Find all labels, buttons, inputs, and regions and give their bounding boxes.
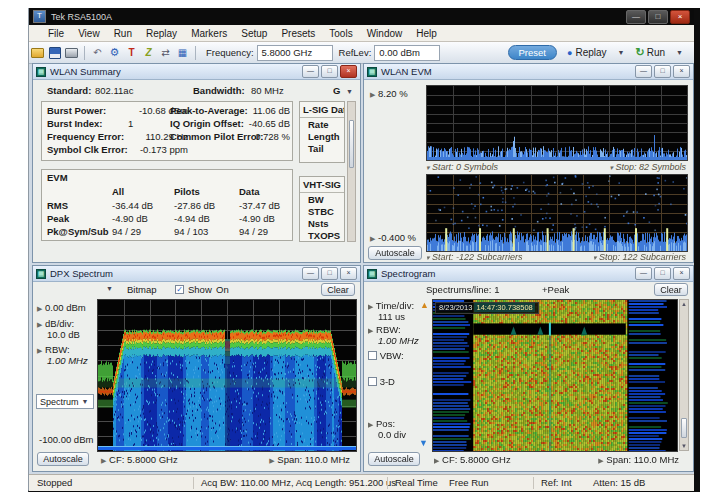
- compare-traces-icon[interactable]: ⇄: [158, 46, 173, 60]
- evm-scale-top[interactable]: ▶ 8.20 %: [370, 88, 408, 99]
- atten-indicator: Atten: 15 dB: [593, 477, 645, 488]
- sgram-autoscale-button[interactable]: Autoscale: [368, 452, 420, 466]
- settings-gear-icon[interactable]: ⚙: [107, 46, 122, 60]
- evm-maximize-button[interactable]: □: [654, 65, 671, 78]
- sgram-top-marker-arrow-icon[interactable]: ▲: [420, 300, 429, 310]
- open-file-icon[interactable]: [30, 46, 45, 60]
- wlan-summary-titlebar[interactable]: ▦ WLAN Summary — □ ×: [33, 64, 360, 80]
- menu-item-markers[interactable]: Markers: [184, 28, 234, 39]
- preset-button[interactable]: Preset: [508, 45, 557, 60]
- summary-close-button[interactable]: ×: [340, 65, 357, 78]
- dpx-minimize-button[interactable]: —: [302, 267, 319, 280]
- sgram-pos-value[interactable]: 0.0 div: [378, 429, 406, 440]
- sgram-3d-checkbox[interactable]: [368, 377, 377, 386]
- sgram-scrollbar-thumb[interactable]: [681, 418, 687, 438]
- dpx-rbw-value[interactable]: 1.00 MHz: [47, 355, 88, 366]
- main-toolbar: ↶ ⚙ T Z ⇄ ▦ Frequency: 5.8000 GHz RefLev…: [29, 42, 694, 64]
- menu-item-help[interactable]: Help: [409, 28, 444, 39]
- scroll-down-icon[interactable]: ▼: [680, 443, 688, 449]
- window-titlebar[interactable]: T Tek RSA5100A — □ ×: [29, 8, 694, 25]
- display-grid-icon[interactable]: ▦: [175, 46, 190, 60]
- symbols-start-label[interactable]: ▾ Start: 0 Symbols: [426, 162, 498, 172]
- sgram-spectrums-per-line[interactable]: Spectrums/line: 1: [426, 284, 499, 295]
- dpx-trace-select[interactable]: Spectrum▼: [36, 394, 94, 409]
- summary-maximize-button[interactable]: □: [321, 65, 338, 78]
- symbols-stop-label[interactable]: ▾ Stop: 82 Symbols: [609, 162, 686, 172]
- marker-t-icon[interactable]: T: [124, 46, 139, 60]
- window-minimize-button[interactable]: —: [626, 10, 646, 24]
- menu-item-run[interactable]: Run: [107, 28, 139, 39]
- menu-item-setup[interactable]: Setup: [234, 28, 274, 39]
- reflev-field[interactable]: 0.00 dBm: [374, 45, 440, 61]
- standard-value[interactable]: 802.11ac: [95, 85, 133, 96]
- menu-item-file[interactable]: File: [41, 28, 71, 39]
- sgram-vbw-checkbox[interactable]: [368, 351, 377, 360]
- window-close-button[interactable]: ×: [670, 10, 690, 24]
- dpx-chart[interactable]: [97, 299, 357, 452]
- dpx-dbdiv-value[interactable]: 10.0 dB: [47, 329, 80, 340]
- frequency-field[interactable]: 5.8000 GHz: [257, 45, 333, 61]
- print-icon[interactable]: [64, 46, 79, 60]
- scroll-up-icon[interactable]: ▲: [680, 301, 688, 307]
- dpx-cf-readout[interactable]: ▶ CF: 5.8000 GHz: [101, 454, 178, 465]
- summary-scrollbar[interactable]: [347, 101, 356, 242]
- summary-minimize-button[interactable]: —: [302, 65, 319, 78]
- sgram-span-readout[interactable]: ▶ Span: 110.0 MHz: [598, 454, 679, 465]
- dpx-close-button[interactable]: ×: [340, 267, 357, 280]
- sgram-minimize-button[interactable]: —: [635, 267, 652, 280]
- dpx-show-checkbox[interactable]: [175, 285, 184, 294]
- iq-origin-offset-label: IQ Origin Offset:: [170, 118, 244, 129]
- dpx-autoscale-button[interactable]: Autoscale: [37, 452, 89, 466]
- dpx-trace-type[interactable]: Bitmap: [127, 284, 157, 295]
- sgram-detector[interactable]: +Peak: [542, 284, 569, 295]
- replay-button[interactable]: Replay: [575, 47, 606, 58]
- menu-item-replay[interactable]: Replay: [139, 28, 184, 39]
- evm-subcarriers-chart[interactable]: [426, 174, 688, 252]
- sgram-cf-readout[interactable]: ▶ CF: 5.8000 GHz: [434, 454, 511, 465]
- subcarriers-start-label[interactable]: ▾ Start: -122 Subcarriers: [426, 252, 523, 262]
- sgram-scrollbar[interactable]: ▲ ▼: [679, 299, 689, 451]
- dpx-titlebar[interactable]: ▦ DPX Spectrum — □ ×: [33, 266, 360, 282]
- menu-item-tools[interactable]: Tools: [322, 28, 359, 39]
- dpx-clear-button[interactable]: Clear: [321, 283, 355, 296]
- sgram-maximize-button[interactable]: □: [654, 267, 671, 280]
- sgram-rbw-value[interactable]: 1.00 MHz: [378, 335, 419, 346]
- dpx-dbdiv-label[interactable]: ▶ dB/div:: [37, 318, 74, 329]
- spectrogram-titlebar[interactable]: ▦ Spectrogram — □ ×: [364, 266, 693, 282]
- wlan-summary-panel-icon: ▦: [36, 67, 46, 77]
- sgram-clear-button[interactable]: Clear: [654, 283, 688, 296]
- menu-item-presets[interactable]: Presets: [274, 28, 322, 39]
- evm-close-button[interactable]: ×: [673, 65, 690, 78]
- evm-autoscale-button[interactable]: Autoscale: [368, 246, 422, 260]
- sgram-timediv-label[interactable]: ▶ Time/div:: [368, 300, 414, 311]
- sgram-bottom-marker-arrow-icon[interactable]: ▼: [419, 438, 428, 448]
- guard-control-truncated[interactable]: G ▼: [333, 85, 361, 96]
- bandwidth-value[interactable]: 80 MHz: [251, 85, 284, 96]
- evm-scale-bottom[interactable]: ▶ -0.400 %: [370, 232, 416, 243]
- evm-symbols-chart[interactable]: [426, 85, 688, 161]
- run-button[interactable]: Run: [647, 47, 665, 58]
- trigger-icon[interactable]: Z: [141, 46, 156, 60]
- sgram-pos-label[interactable]: ▶ Pos:: [368, 418, 395, 429]
- dpx-trace-dropdown-arrow[interactable]: ▼: [103, 285, 116, 292]
- run-dropdown-arrow[interactable]: ▼: [673, 49, 686, 56]
- dpx-rbw-label[interactable]: ▶ RBW:: [37, 344, 70, 355]
- undo-icon[interactable]: ↶: [90, 46, 105, 60]
- replay-dropdown-arrow[interactable]: ▼: [615, 49, 628, 56]
- subcarriers-stop-label[interactable]: ▾ Stop: 122 Subcarriers: [593, 252, 686, 262]
- sgram-timediv-value[interactable]: 111 us: [378, 311, 405, 322]
- sgram-close-button[interactable]: ×: [673, 267, 690, 280]
- dpx-ref-level[interactable]: ▶ 0.00 dBm: [37, 302, 86, 313]
- save-icon[interactable]: [47, 46, 62, 60]
- summary-scrollbar-thumb[interactable]: [349, 120, 354, 168]
- sgram-chart[interactable]: [432, 299, 678, 452]
- dpx-span-readout[interactable]: ▶ Span: 110.0 MHz: [269, 454, 350, 465]
- sgram-rbw-label[interactable]: ▶ RBW:: [368, 324, 401, 335]
- evm-minimize-button[interactable]: —: [635, 65, 652, 78]
- menu-item-window[interactable]: Window: [360, 28, 410, 39]
- window-maximize-button[interactable]: □: [648, 10, 668, 24]
- dpx-bottom-level[interactable]: -100.00 dBm: [39, 434, 93, 445]
- menu-item-view[interactable]: View: [71, 28, 107, 39]
- dpx-maximize-button[interactable]: □: [321, 267, 338, 280]
- wlan-evm-titlebar[interactable]: ▦ WLAN EVM — □ ×: [364, 64, 693, 80]
